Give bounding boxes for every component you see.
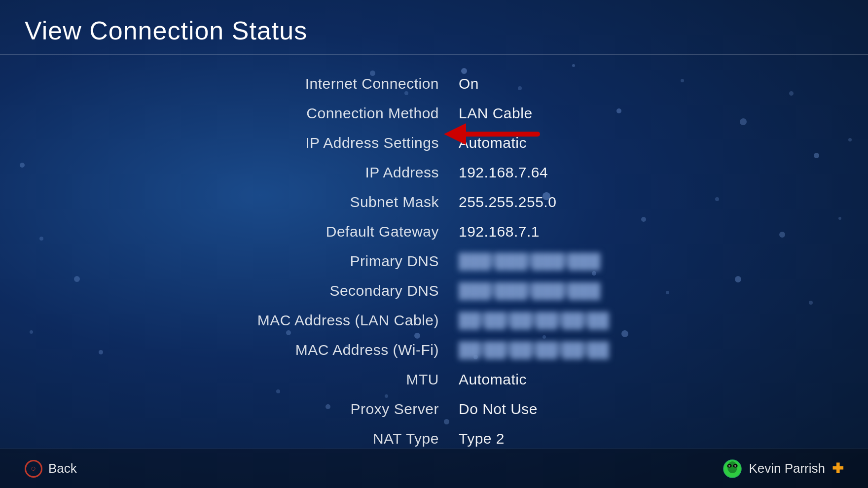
- alien-icon: [723, 459, 742, 478]
- back-circle-icon: ○: [25, 460, 42, 478]
- info-value-0: On: [459, 71, 616, 96]
- bottom-bar: ○ Back Kevin Parrish ✚: [0, 449, 868, 488]
- info-value-9: ██ ██ ██ ██ ██ ██: [459, 338, 616, 362]
- info-label-10: MTU: [252, 367, 439, 392]
- info-label-0: Internet Connection: [252, 71, 439, 96]
- info-label-11: Proxy Server: [252, 397, 439, 421]
- info-value-7: ███ ███ ███ ███: [459, 279, 616, 303]
- info-value-10: Automatic: [459, 367, 616, 392]
- content-area: Internet ConnectionOnConnection MethodLA…: [0, 57, 868, 449]
- plus-icon: ✚: [832, 460, 843, 477]
- info-label-6: Primary DNS: [252, 249, 439, 274]
- info-table: Internet ConnectionOnConnection MethodLA…: [252, 71, 616, 451]
- info-label-5: Default Gateway: [252, 219, 439, 244]
- info-label-9: MAC Address (Wi-Fi): [252, 338, 439, 362]
- info-label-3: IP Address: [252, 160, 439, 185]
- back-button[interactable]: ○ Back: [25, 460, 77, 478]
- info-value-6: ███ ███ ███ ███: [459, 249, 616, 274]
- info-value-11: Do Not Use: [459, 397, 616, 421]
- info-value-8: ██ ██ ██ ██ ██ ██: [459, 308, 616, 333]
- info-label-1: Connection Method: [252, 101, 439, 126]
- blurred-value-7: ███ ███ ███ ███: [459, 282, 601, 296]
- info-value-5: 192.168.7.1: [459, 219, 616, 244]
- page-title: View Connection Status: [25, 16, 307, 45]
- top-divider: [0, 54, 868, 55]
- username: Kevin Parrish: [749, 461, 825, 476]
- blurred-value-6: ███ ███ ███ ███: [459, 253, 601, 267]
- info-label-2: IP Address Settings: [252, 131, 439, 155]
- svg-point-7: [734, 465, 736, 467]
- info-label-7: Secondary DNS: [252, 279, 439, 303]
- info-label-12: NAT Type: [252, 426, 439, 451]
- info-value-1: LAN Cable: [459, 101, 616, 126]
- back-label: Back: [48, 461, 77, 476]
- blurred-value-9: ██ ██ ██ ██ ██ ██: [459, 342, 609, 355]
- blurred-value-8: ██ ██ ██ ██ ██ ██: [459, 312, 609, 326]
- info-value-2: Automatic: [459, 131, 616, 155]
- user-info: Kevin Parrish ✚: [723, 459, 843, 478]
- info-label-4: Subnet Mask: [252, 190, 439, 214]
- info-value-4: 255.255.255.0: [459, 190, 616, 214]
- info-label-8: MAC Address (LAN Cable): [252, 308, 439, 333]
- info-value-3: 192.168.7.64: [459, 160, 616, 185]
- svg-point-6: [728, 465, 730, 467]
- info-value-12: Type 2: [459, 426, 616, 451]
